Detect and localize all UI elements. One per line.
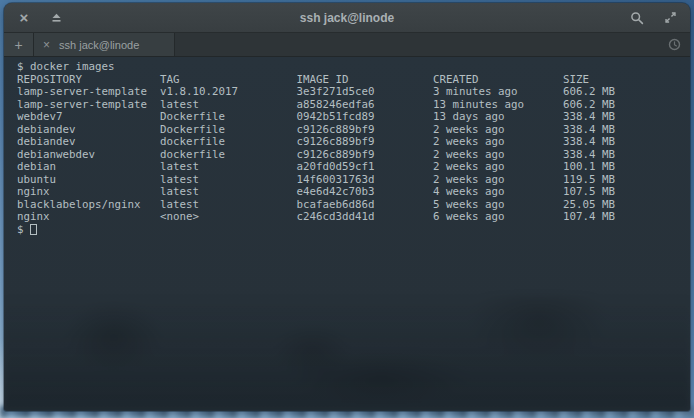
terminal-output: $ docker images REPOSITORY TAG IMAGE ID … <box>17 61 677 224</box>
tab-ssh-session[interactable]: × ssh jack@linode <box>34 33 175 56</box>
history-icon[interactable] <box>668 38 681 51</box>
terminal-screen[interactable]: $ docker images REPOSITORY TAG IMAGE ID … <box>4 57 690 410</box>
prompt-line: $ <box>17 224 677 237</box>
titlebar-right-controls <box>629 10 678 26</box>
titlebar[interactable]: × ssh jack@linode <box>4 3 690 33</box>
close-icon[interactable]: × <box>16 10 32 26</box>
titlebar-left-controls: × <box>16 10 64 26</box>
expand-icon[interactable] <box>662 10 678 26</box>
tab-label: ssh jack@linode <box>59 39 139 51</box>
window-title: ssh jack@linode <box>300 11 394 25</box>
keep-above-icon[interactable] <box>48 10 64 26</box>
prompt: $ <box>17 224 30 237</box>
terminal-window: × ssh jack@linode <box>4 3 690 411</box>
tab-close-icon[interactable]: × <box>43 39 50 51</box>
search-icon[interactable] <box>629 10 645 26</box>
new-tab-button[interactable]: + <box>4 33 34 56</box>
tabbar: + × ssh jack@linode <box>4 33 690 57</box>
terminal-cursor <box>30 224 37 235</box>
desktop: { "window": { "title": "ssh jack@linode"… <box>0 0 694 418</box>
tabbar-spacer <box>175 33 668 56</box>
wallpaper-silhouette <box>4 295 690 410</box>
